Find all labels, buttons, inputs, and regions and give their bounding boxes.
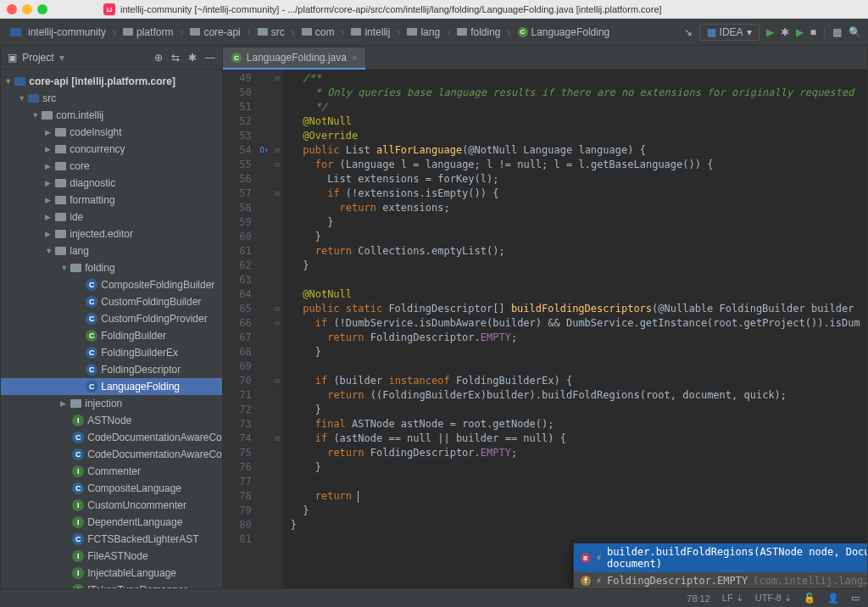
hide-icon[interactable]: — xyxy=(205,52,215,64)
fold-gutter[interactable]: ⊟⊟⊟⊟⊟⊟⊟⊟ xyxy=(272,70,284,588)
window-titlebar: IJ intellij-community [~/intellij-commun… xyxy=(0,0,868,19)
tree-folder-node[interactable]: ▶injected.editor xyxy=(1,226,222,242)
stop-icon[interactable]: ■ xyxy=(810,26,816,38)
status-bar: 78:12 LF ⇣ UTF-8 ⇣ 🔓 👤 ▭ xyxy=(0,588,868,607)
tree-folder-node[interactable]: ▶injection xyxy=(1,395,222,412)
tree-folder-node[interactable]: ▶ide xyxy=(1,209,222,226)
class-icon: C xyxy=(86,330,97,342)
interface-icon: I xyxy=(72,516,84,528)
tree-module-node[interactable]: ▼core-api [intellij.platform.core] xyxy=(1,73,222,90)
tree-class-node[interactable]: CFoldingBuilder xyxy=(1,327,222,344)
breadcrumb-item[interactable]: folding xyxy=(453,25,504,40)
tree-class-node[interactable]: CFoldingDescriptor xyxy=(1,361,222,378)
close-window-icon[interactable] xyxy=(7,4,17,14)
code-completion-popup: m ⚡ builder.buildFoldRegions(ASTNode nod… xyxy=(573,543,867,588)
tree-folder-node[interactable]: ▶concurrency xyxy=(1,141,222,158)
tree-folder-node[interactable]: ▼folding xyxy=(1,259,222,276)
interface-icon: I xyxy=(72,465,84,477)
tree-class-node[interactable]: CCodeDocumentationAwareCo xyxy=(1,429,222,446)
breadcrumb-item[interactable]: platform xyxy=(120,25,176,40)
class-icon: C xyxy=(86,381,97,393)
breadcrumb-item[interactable]: intellij xyxy=(348,25,393,40)
tree-folder-node[interactable]: ▼lang xyxy=(1,242,222,259)
completion-item[interactable]: f ⚡ FoldingDescriptor.EMPTY (com.intelli… xyxy=(574,572,867,588)
tree-folder-node[interactable]: ▶diagnostic xyxy=(1,175,222,192)
tree-class-node[interactable]: IASTNode xyxy=(1,412,222,429)
run-icon[interactable]: ▶ xyxy=(766,26,774,38)
folder-icon xyxy=(457,28,467,36)
folder-icon xyxy=(258,28,268,36)
completion-item[interactable]: m ⚡ builder.buildFoldRegions(ASTNode nod… xyxy=(574,543,867,572)
tree-class-node[interactable]: IITokenTypeRemapper xyxy=(1,582,222,588)
debug-icon[interactable]: ✱ xyxy=(781,26,789,38)
source-folder-icon xyxy=(28,94,39,103)
tree-folder-node[interactable]: ▶core xyxy=(1,158,222,175)
tree-class-node[interactable]: IDependentLanguage xyxy=(1,514,222,531)
project-view-title[interactable]: Project xyxy=(22,52,53,64)
folder-icon xyxy=(55,213,66,221)
breadcrumb-item[interactable]: CLanguageFolding xyxy=(515,25,614,40)
tree-class-node[interactable]: ICommenter xyxy=(1,463,222,480)
interface-icon: I xyxy=(72,567,84,579)
project-tree[interactable]: ▼core-api [intellij.platform.core] ▼src … xyxy=(1,70,222,588)
memory-indicator[interactable]: ▭ xyxy=(851,593,860,604)
lock-icon[interactable]: 🔓 xyxy=(804,593,815,604)
close-tab-icon[interactable]: × xyxy=(352,53,357,63)
line-separator[interactable]: LF ⇣ xyxy=(722,593,743,604)
interface-icon: I xyxy=(72,415,84,426)
class-icon: C xyxy=(86,279,97,291)
folder-icon xyxy=(190,28,200,36)
folder-icon xyxy=(351,28,361,36)
breadcrumb-item[interactable]: src xyxy=(254,25,288,40)
minimize-window-icon[interactable] xyxy=(22,4,32,14)
settings-icon[interactable]: ✱ xyxy=(188,52,197,64)
tree-package-node[interactable]: ▼com.intellij xyxy=(1,107,222,124)
line-gutter[interactable]: 4950515253545556575859606162636465666768… xyxy=(223,70,257,588)
class-icon: C xyxy=(86,313,97,325)
collapse-all-icon[interactable]: ⇆ xyxy=(171,52,180,64)
class-icon: C xyxy=(518,27,528,37)
inspection-icon[interactable]: 👤 xyxy=(827,593,839,604)
run-config-selector[interactable]: ▦IDEA▾ xyxy=(699,24,760,41)
editor-tabs: C LanguageFolding.java × xyxy=(223,46,867,70)
editor[interactable]: 4950515253545556575859606162636465666768… xyxy=(223,70,867,588)
maximize-window-icon[interactable] xyxy=(37,4,47,14)
breadcrumb-item[interactable]: lang xyxy=(403,25,443,40)
run-coverage-icon[interactable]: ▶ xyxy=(796,26,804,38)
tree-class-node[interactable]: CCustomFoldingProvider xyxy=(1,310,222,327)
tree-class-node[interactable]: CFoldingBuilderEx xyxy=(1,344,222,361)
caret-position[interactable]: 78:12 xyxy=(687,593,710,604)
interface-icon: I xyxy=(72,550,84,562)
class-icon: C xyxy=(231,53,242,63)
tree-class-node[interactable]: CFCTSBackedLighterAST xyxy=(1,531,222,548)
editor-tab[interactable]: C LanguageFolding.java × xyxy=(223,47,367,70)
class-icon: C xyxy=(86,296,97,308)
breadcrumb-item[interactable]: core-api xyxy=(186,25,243,40)
code-content[interactable]: /** * Only queries base language results… xyxy=(284,70,867,588)
tree-folder-node[interactable]: ▶codeInsight xyxy=(1,124,222,141)
module-icon xyxy=(14,77,25,86)
tree-class-node[interactable]: IInjectableLanguage xyxy=(1,565,222,582)
tree-folder-node[interactable]: ▼src xyxy=(1,90,222,107)
breadcrumb-item[interactable]: intellij-community xyxy=(7,25,109,40)
tree-class-node[interactable]: CCodeDocumentationAwareCo xyxy=(1,446,222,463)
breadcrumb-item[interactable]: com xyxy=(298,25,338,40)
window-title: IJ intellij-community [~/intellij-commun… xyxy=(103,3,662,15)
scroll-from-source-icon[interactable]: ⊕ xyxy=(154,52,163,64)
tree-class-node[interactable]: CCompositeLanguage xyxy=(1,480,222,497)
tree-class-node[interactable]: ICustomUncommenter xyxy=(1,497,222,514)
tree-class-node[interactable]: CCompositeFoldingBuilder xyxy=(1,276,222,293)
class-icon: C xyxy=(72,533,84,545)
tree-class-node[interactable]: IFileASTNode xyxy=(1,548,222,565)
tree-folder-node[interactable]: ▶formatting xyxy=(1,192,222,209)
search-everywhere-icon[interactable]: 🔍 xyxy=(849,26,861,38)
tree-class-node[interactable]: CCustomFoldingBuilder xyxy=(1,293,222,310)
file-encoding[interactable]: UTF-8 ⇣ xyxy=(755,593,792,604)
build-icon[interactable]: ↘ xyxy=(684,26,693,38)
update-project-icon[interactable]: ▦ xyxy=(832,26,842,38)
method-icon: m xyxy=(581,553,591,563)
tree-class-node[interactable]: CLanguageFolding xyxy=(1,378,222,395)
folder-icon xyxy=(55,162,66,170)
folder-icon xyxy=(55,196,66,204)
gutter-icons[interactable]: O↑ xyxy=(257,70,272,588)
